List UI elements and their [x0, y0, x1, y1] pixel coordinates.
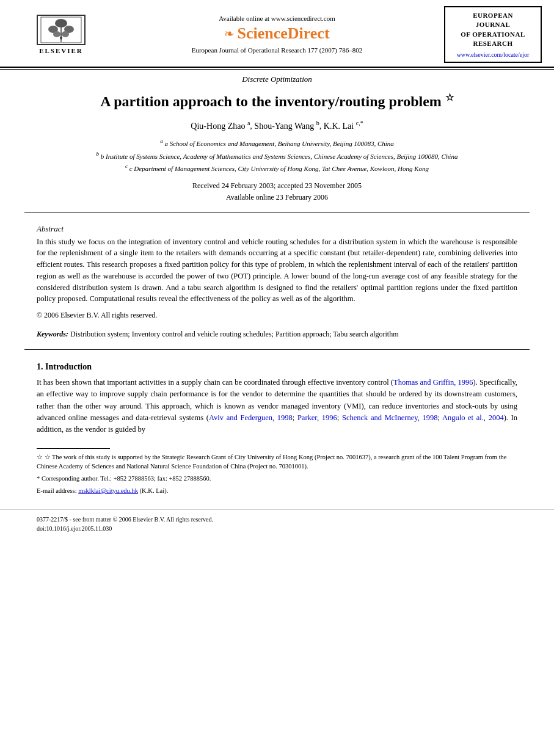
- copyright-text: © 2006 Elsevier B.V. All rights reserved…: [37, 310, 517, 321]
- email-footnote: E-mail address: msklklai@cityu.edu.hk (K…: [37, 486, 517, 496]
- journal-ref: European Journal of Operational Research…: [192, 46, 363, 54]
- footnote-divider: [37, 448, 110, 449]
- abstract-divider-top: [24, 213, 530, 213]
- abstract-label: Abstract: [37, 224, 517, 234]
- ejor-line2: JOURNAL: [450, 20, 536, 29]
- intro-section-title: Introduction: [45, 362, 92, 371]
- ref-parker[interactable]: Parker, 1996: [297, 413, 337, 422]
- keywords-text: Distribution system; Inventory control a…: [70, 330, 398, 338]
- corresponding-footnote: * Corresponding author. Tel.: +852 27888…: [37, 474, 517, 484]
- svg-point-7: [60, 37, 62, 39]
- ejor-line4: RESEARCH: [450, 39, 536, 48]
- dates: Received 24 February 2003; accepted 23 N…: [0, 175, 554, 206]
- footnote-section: ☆ ☆ The work of this study is supported …: [0, 453, 554, 503]
- svg-point-5: [53, 31, 60, 37]
- issn-line: 0377-2217/$ - see front matter © 2006 El…: [37, 515, 517, 524]
- doi-line: doi:10.1016/j.ejor.2005.11.030: [37, 524, 517, 533]
- abstract-text: In this study we focus on the integratio…: [37, 236, 517, 305]
- email-suffix: (K.K. Lai).: [140, 487, 169, 494]
- ejor-box: EUROPEAN JOURNAL OF OPERATIONAL RESEARCH…: [444, 6, 542, 63]
- section-title: Discrete Optimization: [0, 70, 554, 87]
- available-online-text: Available online at www.sciencedirect.co…: [219, 15, 335, 22]
- ejor-line3: OF OPERATIONAL: [450, 30, 536, 39]
- elsevier-label: ELSEVIER: [39, 47, 83, 54]
- available-online-date: Available online 23 February 2006: [0, 192, 554, 203]
- affiliations: a a School of Economics and Management, …: [0, 136, 554, 175]
- sciencedirect-section: Available online at www.sciencedirect.co…: [110, 15, 444, 54]
- ref-angulo[interactable]: Angulo et al., 2004: [442, 413, 504, 422]
- ejor-line1: EUROPEAN: [450, 11, 536, 20]
- keywords-label: Keywords:: [37, 330, 68, 338]
- elsevier-logo-svg: [40, 16, 82, 44]
- intro-heading: 1. Introduction: [37, 362, 517, 372]
- star-footnote: ☆ ☆ The work of this study is supported …: [37, 453, 517, 472]
- ejor-website: www.elsevier.com/locate/ejor: [450, 51, 536, 58]
- page: ELSEVIER Available online at www.science…: [0, 0, 554, 756]
- authors: Qiu-Hong Zhao a, Shou-Yang Wang b, K.K. …: [0, 117, 554, 136]
- keywords-section: Keywords: Distribution system; Inventory…: [0, 325, 554, 343]
- abstract-section: Abstract In this study we focus on the i…: [0, 219, 554, 326]
- svg-point-6: [62, 31, 69, 37]
- sd-squiggle-icon: ❧: [224, 26, 235, 41]
- bottom-info: 0377-2217/$ - see front matter © 2006 El…: [0, 509, 554, 536]
- keywords-divider: [24, 349, 530, 350]
- affil-a: a a School of Economics and Management, …: [24, 137, 530, 149]
- paper-title: A partition approach to the inventory/ro…: [0, 87, 554, 117]
- star-footnote-text: ☆ The work of this study is supported by…: [37, 454, 506, 470]
- paper-title-text: A partition approach to the inventory/ro…: [100, 93, 442, 109]
- affil-c: c c Department of Management Sciences, C…: [24, 162, 530, 174]
- sciencedirect-label: ScienceDirect: [237, 24, 329, 43]
- intro-paragraph: It has been shown that important activit…: [37, 377, 517, 436]
- received-date: Received 24 February 2003; accepted 23 N…: [0, 180, 554, 192]
- introduction-section: 1. Introduction It has been shown that i…: [0, 356, 554, 442]
- email-link[interactable]: msklklai@cityu.edu.hk: [78, 487, 138, 494]
- ref-schenck[interactable]: Schenck and McInerney, 1998: [342, 413, 438, 422]
- star-symbol: ☆: [445, 92, 454, 103]
- ref-thomas-griffin[interactable]: Thomas and Griffin, 1996: [393, 378, 473, 387]
- intro-section-num: 1.: [37, 362, 43, 371]
- ejor-section: EUROPEAN JOURNAL OF OPERATIONAL RESEARCH…: [444, 6, 542, 63]
- ejor-title: EUROPEAN JOURNAL OF OPERATIONAL RESEARCH: [450, 11, 536, 49]
- sciencedirect-logo: ❧ ScienceDirect: [224, 24, 329, 43]
- elsevier-logo-section: ELSEVIER: [12, 15, 110, 54]
- email-label: E-mail address:: [37, 487, 77, 494]
- affil-b: b b Institute of Systems Science, Academ…: [24, 150, 530, 162]
- header-top-divider: [0, 67, 554, 68]
- svg-point-2: [55, 19, 67, 27]
- header: ELSEVIER Available online at www.science…: [0, 0, 554, 67]
- ref-aviv[interactable]: Aviv and Federguen, 1998: [209, 413, 293, 422]
- star-footnote-symbol: ☆: [37, 454, 45, 460]
- corresponding-text: * Corresponding author. Tel.: +852 27888…: [37, 475, 211, 482]
- elsevier-logo-box: [37, 15, 86, 45]
